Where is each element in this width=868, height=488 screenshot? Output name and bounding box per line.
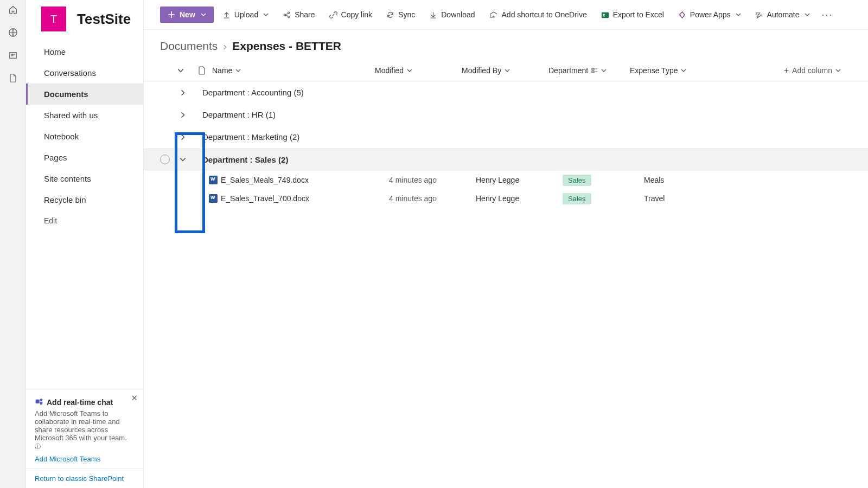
powerapps-button[interactable]: Power Apps (673, 7, 746, 22)
file-modified: 4 minutes ago (389, 176, 476, 184)
file-row[interactable]: E_Sales_Meals_749.docx 4 minutes ago Hen… (144, 171, 868, 189)
breadcrumb-root[interactable]: Documents (160, 40, 218, 53)
nav-shared[interactable]: Shared with us (26, 105, 143, 126)
sync-button[interactable]: Sync (381, 7, 420, 22)
chevron-right-icon[interactable] (174, 134, 192, 140)
group-label: Department : HR (1) (202, 110, 276, 119)
file-modified-by: Henry Legge (476, 176, 563, 184)
word-doc-icon (209, 194, 221, 203)
nav-site-contents[interactable]: Site contents (26, 168, 143, 189)
classic-link[interactable]: Return to classic SharePoint (26, 468, 143, 488)
file-type-header[interactable] (192, 66, 212, 75)
group-label: Department : Accounting (5) (202, 88, 304, 97)
more-icon[interactable]: ··· (819, 9, 837, 21)
nav-recycle-bin[interactable]: Recycle bin (26, 189, 143, 210)
nav-home[interactable]: Home (26, 41, 143, 62)
column-headers: Name Modified Modified By Department Exp… (144, 56, 868, 81)
main: New Upload Share Copy link Sync (144, 0, 868, 488)
chevron-down-icon[interactable] (174, 156, 192, 163)
shortcut-button[interactable]: Add shortcut to OneDrive (484, 7, 592, 22)
col-modified[interactable]: Modified (375, 66, 462, 75)
group-label: Department : Sales (2) (202, 155, 288, 164)
group-marketing[interactable]: Department : Marketing (2) (144, 126, 868, 148)
col-name[interactable]: Name (212, 66, 375, 75)
group-toggle-header[interactable] (160, 67, 192, 74)
share-button[interactable]: Share (277, 7, 320, 22)
word-doc-icon (209, 176, 221, 184)
chat-card-body: Add Microsoft Teams to collaborate in re… (35, 409, 135, 442)
file-row[interactable]: E_Sales_Travel_700.docx 4 minutes ago He… (144, 189, 868, 208)
file-modified-by: Henry Legge (476, 194, 563, 203)
chat-card-link[interactable]: Add Microsoft Teams (35, 455, 135, 463)
svg-point-4 (288, 12, 290, 14)
breadcrumb: Documents › Expenses - BETTER (144, 30, 868, 56)
automate-button[interactable]: Automate (750, 7, 815, 22)
news-icon[interactable] (8, 50, 18, 61)
col-expense-type[interactable]: Expense Type (630, 66, 711, 75)
expense-type: Travel (644, 194, 725, 203)
copy-link-button[interactable]: Copy link (324, 7, 378, 22)
expense-type: Meals (644, 176, 725, 184)
chevron-right-icon: › (223, 40, 227, 53)
globe-icon[interactable] (8, 27, 18, 38)
col-modified-by[interactable]: Modified By (462, 66, 548, 75)
svg-rect-1 (9, 53, 16, 59)
group-label: Department : Marketing (2) (202, 132, 299, 142)
group-accounting[interactable]: Department : Accounting (5) (144, 81, 868, 104)
group-sales[interactable]: Department : Sales (2) (144, 148, 868, 171)
nav-notebook[interactable]: Notebook (26, 126, 143, 147)
group-hr[interactable]: Department : HR (1) (144, 104, 868, 126)
col-department[interactable]: Department (548, 66, 630, 75)
file-modified: 4 minutes ago (389, 194, 476, 203)
svg-point-3 (40, 399, 43, 401)
svg-rect-9 (592, 71, 594, 73)
breadcrumb-leaf: Expenses - BETTER (232, 40, 341, 53)
site-title: TestSite (77, 11, 131, 28)
command-bar: New Upload Share Copy link Sync (144, 0, 868, 30)
close-icon[interactable]: ✕ (131, 394, 138, 402)
files-icon[interactable] (8, 73, 18, 84)
chat-card: ✕ Add real-time chat Add Microsoft Teams… (26, 389, 143, 468)
select-circle[interactable] (160, 155, 170, 164)
dept-tag: Sales (563, 193, 591, 204)
file-name[interactable]: E_Sales_Meals_749.docx (221, 176, 389, 184)
svg-point-5 (288, 16, 290, 17)
info-icon[interactable]: ⓘ (35, 443, 41, 450)
download-button[interactable]: Download (424, 7, 480, 22)
nav-pages[interactable]: Pages (26, 147, 143, 168)
teams-icon (35, 397, 43, 407)
svg-rect-8 (592, 68, 594, 70)
new-button[interactable]: New (160, 7, 214, 23)
chat-card-title: Add real-time chat (47, 398, 113, 407)
file-name[interactable]: E_Sales_Travel_700.docx (221, 194, 389, 203)
left-nav: T TestSite Home Conversations Documents … (26, 0, 144, 488)
app-rail (0, 0, 26, 488)
dept-tag: Sales (563, 175, 591, 186)
home-icon[interactable] (8, 4, 18, 15)
upload-button[interactable]: Upload (217, 7, 274, 22)
svg-rect-7 (602, 12, 609, 17)
site-tile[interactable]: T (41, 7, 66, 31)
svg-rect-2 (36, 400, 40, 403)
chevron-right-icon[interactable] (174, 112, 192, 118)
nav-conversations[interactable]: Conversations (26, 62, 143, 84)
export-button[interactable]: Export to Excel (596, 7, 669, 22)
add-column[interactable]: +Add column (711, 66, 852, 75)
nav-documents[interactable]: Documents (26, 84, 143, 105)
chevron-right-icon[interactable] (174, 89, 192, 96)
nav-edit[interactable]: Edit (26, 210, 143, 231)
